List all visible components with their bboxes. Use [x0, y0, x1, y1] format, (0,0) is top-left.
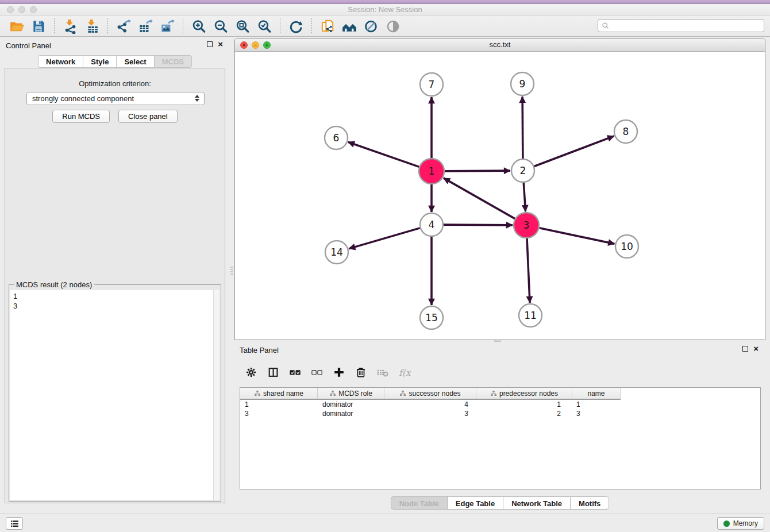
vertical-splitter-grip[interactable]	[230, 267, 233, 276]
run-mcds-button[interactable]: Run MCDS	[52, 110, 110, 123]
tab-motifs[interactable]: Motifs	[570, 496, 609, 510]
result-scrollbar[interactable]	[213, 290, 220, 500]
table-cell[interactable]: 3	[240, 409, 318, 418]
close-view-icon[interactable]: ×	[240, 41, 248, 49]
memory-status-icon	[723, 521, 730, 527]
table-row[interactable]: 1dominator411	[240, 400, 760, 409]
tab-network[interactable]: Network	[38, 55, 83, 68]
graph-node-6[interactable]: 6	[325, 126, 348, 149]
tab-network-table[interactable]: Network Table	[503, 496, 570, 510]
save-session-icon[interactable]	[30, 18, 47, 34]
graph-node-9[interactable]: 9	[511, 72, 534, 95]
graph-edge-3-10[interactable]	[540, 228, 615, 244]
open-session-icon[interactable]	[9, 18, 25, 34]
table-cell[interactable]: 1	[240, 400, 318, 409]
refresh-view-icon[interactable]	[288, 18, 304, 34]
graph-node-8[interactable]: 8	[614, 120, 637, 143]
graph-node-1[interactable]: 1	[419, 159, 444, 184]
graph-node-10[interactable]: 10	[615, 235, 638, 258]
tab-mcds[interactable]: MCDS	[154, 55, 192, 68]
svg-text:1: 1	[429, 165, 435, 177]
minimize-view-icon[interactable]: −	[252, 41, 259, 49]
zoom-out-icon[interactable]	[213, 18, 229, 34]
svg-text:8: 8	[623, 126, 629, 137]
close-table-panel-icon[interactable]: ×	[753, 346, 759, 352]
zoom-window-icon[interactable]	[30, 6, 37, 13]
split-view-icon[interactable]	[267, 365, 280, 379]
table-cell[interactable]: 1	[476, 400, 572, 409]
table-tabs: Node TableEdge TableNetwork TableMotifs	[234, 496, 765, 510]
zoom-in-icon[interactable]	[191, 18, 207, 34]
graph-edge-4-3[interactable]	[444, 225, 513, 225]
import-network-icon[interactable]	[62, 18, 78, 34]
table-cell[interactable]: 2	[476, 409, 572, 418]
zoom-fit-icon[interactable]	[234, 18, 251, 34]
table-cell[interactable]: 4	[384, 400, 476, 409]
add-column-icon[interactable]	[332, 365, 346, 379]
window-controls-inactive[interactable]	[7, 6, 37, 13]
graph-edge-2-8[interactable]	[534, 136, 614, 167]
graph-node-7[interactable]: 7	[420, 73, 443, 96]
tab-select[interactable]: Select	[116, 55, 153, 68]
float-panel-icon[interactable]	[207, 41, 213, 47]
table-cell[interactable]: 3	[572, 409, 621, 418]
table-row[interactable]: 3dominator323	[240, 409, 760, 418]
memory-label: Memory	[733, 519, 758, 527]
network-overview-icon[interactable]	[341, 18, 357, 34]
minimize-window-icon[interactable]	[18, 6, 25, 13]
graph-node-14[interactable]: 14	[325, 241, 348, 264]
graph-edge-3-1[interactable]	[444, 178, 515, 219]
export-table-icon[interactable]	[137, 18, 153, 34]
network-canvas[interactable]: 7968124314101511	[236, 52, 765, 342]
graph-node-15[interactable]: 15	[420, 306, 443, 329]
export-image-icon[interactable]	[159, 18, 175, 34]
table-cell[interactable]: 3	[384, 409, 476, 418]
graph-edge-4-14[interactable]	[349, 228, 420, 249]
delete-column-icon[interactable]	[354, 365, 368, 379]
graph-edge-1-2[interactable]	[445, 171, 510, 171]
close-panel-icon[interactable]: ×	[218, 41, 223, 47]
style-visibility-icon[interactable]	[363, 18, 379, 34]
column-settings-icon[interactable]	[245, 365, 259, 379]
birdseye-view-icon	[385, 18, 401, 34]
panel-menu-button[interactable]	[6, 517, 23, 530]
close-panel-button[interactable]: Close panel	[118, 110, 178, 123]
search-input[interactable]	[610, 20, 764, 31]
import-table-icon[interactable]	[84, 18, 100, 34]
tab-style[interactable]: Style	[83, 55, 116, 68]
table-cell[interactable]: dominator	[318, 409, 384, 418]
graph-edge-2-3[interactable]	[523, 183, 525, 211]
toolbar-separator	[183, 18, 183, 34]
column-header-shared-name[interactable]: shared name	[240, 388, 318, 399]
graph-edge-3-11[interactable]	[527, 238, 530, 303]
graph-node-2[interactable]: 2	[511, 159, 534, 182]
mcds-result-text[interactable]: 1 3	[10, 290, 220, 500]
clear-all-checks-icon[interactable]	[310, 365, 324, 379]
select-all-checks-icon[interactable]	[288, 365, 302, 379]
clone-network-icon[interactable]	[319, 18, 336, 34]
float-table-panel-icon[interactable]	[742, 346, 748, 352]
table-cell[interactable]: 1	[572, 400, 621, 409]
export-network-icon[interactable]	[116, 18, 132, 34]
close-window-icon[interactable]	[7, 6, 14, 13]
graph-node-3[interactable]: 3	[514, 213, 539, 238]
column-header-successor-nodes[interactable]: successor nodes	[384, 388, 476, 399]
node-table: shared nameMCDS rolesuccessor nodesprede…	[240, 387, 761, 489]
optimization-select[interactable]: strongly connected component	[26, 92, 205, 105]
memory-button[interactable]: Memory	[717, 517, 764, 530]
column-header-name[interactable]: name	[572, 388, 621, 399]
table-cell[interactable]: dominator	[318, 400, 384, 409]
graph-edge-2-9[interactable]	[522, 97, 523, 159]
maximize-view-icon[interactable]: +	[263, 41, 271, 49]
tab-edge-table[interactable]: Edge Table	[447, 496, 503, 510]
zoom-selected-icon[interactable]	[256, 18, 272, 34]
column-header-predecessor-nodes[interactable]: predecessor nodes	[476, 388, 572, 399]
graph-node-11[interactable]: 11	[519, 304, 542, 327]
column-header-MCDS-role[interactable]: MCDS role	[318, 388, 384, 399]
search-box[interactable]	[598, 19, 764, 32]
mcds-result-title: MCDS result (2 nodes)	[14, 280, 94, 289]
graph-edge-1-6[interactable]	[348, 142, 419, 167]
tab-node-table[interactable]: Node Table	[391, 496, 447, 510]
graph-node-4[interactable]: 4	[420, 213, 443, 236]
network-window-titlebar[interactable]: × − + scc.txt	[235, 38, 765, 52]
